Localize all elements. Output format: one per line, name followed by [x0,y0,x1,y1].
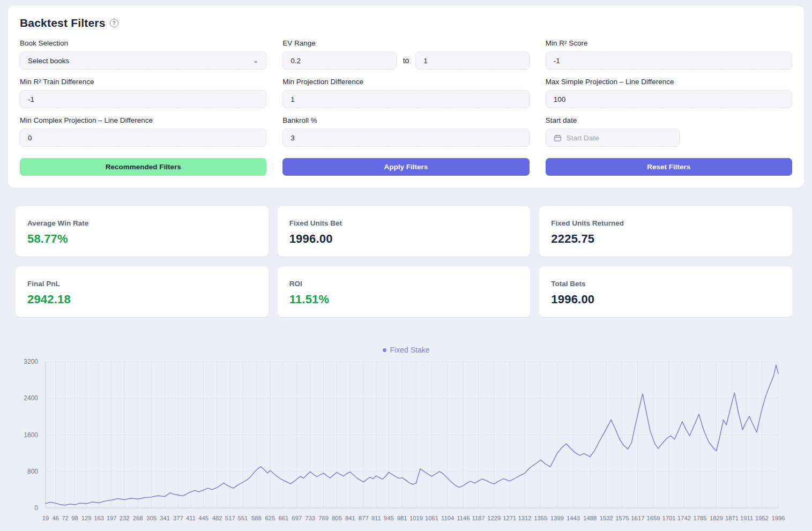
field-bankroll-percent: Bankroll % [282,116,529,147]
min-projection-difference-input[interactable] [282,90,529,108]
field-book-selection: Book Selection Select books ⌄ [20,39,266,70]
x-tick-label: 1659 [646,515,660,521]
reset-filters-button[interactable]: Reset Filters [546,158,792,176]
x-tick-label: 1399 [550,515,564,521]
ev-range-label: EV Range [282,39,529,47]
x-tick-label: 1952 [755,515,769,521]
y-tick-label: 2400 [24,394,38,402]
stat-value: 2942.18 [27,293,257,306]
stat-card-fixed-units-returned: Fixed Units Returned 2225.75 [539,206,793,257]
x-tick-label: 981 [397,515,407,521]
x-tick-label: 1996 [771,515,785,521]
start-date-input[interactable]: Start Date [546,129,680,147]
min-complex-projection-line-difference-label: Min Complex Projection – Line Difference [20,116,266,124]
x-tick-label: 1104 [441,515,454,521]
field-max-simple-projection-line-difference: Max Simple Projection – Line Difference [546,78,792,108]
x-tick-label: 1532 [600,515,613,521]
x-tick-label: 268 [133,515,143,521]
stat-card-average-win-rate: Average Win Rate 58.77% [15,206,269,257]
x-tick-label: 1488 [583,515,597,521]
x-tick-label: 19 [42,515,49,521]
x-tick-label: 1061 [425,515,438,521]
x-tick-label: 1355 [534,515,547,521]
x-tick-label: 341 [160,515,170,521]
field-min-projection-difference: Min Projection Difference [282,78,529,108]
x-tick-label: 1229 [487,515,501,521]
min-r2-score-label: Min R² Score [546,39,792,47]
field-min-complex-projection-line-difference: Min Complex Projection – Line Difference [20,116,266,147]
calendar-icon [554,134,562,142]
x-tick-label: 232 [120,515,130,521]
x-tick-label: 841 [345,515,355,521]
min-complex-projection-line-difference-input[interactable] [20,129,266,147]
x-tick-label: 911 [371,515,381,521]
help-icon[interactable]: ? [110,19,118,27]
stat-label: Fixed Units Bet [289,219,519,227]
bankroll-percent-label: Bankroll % [282,116,529,124]
x-tick-label: 1443 [567,515,580,521]
book-selection-value: Select books [28,57,69,65]
stat-label: Total Bets [551,280,780,288]
stat-card-final-pnl: Final PnL 2942.18 [15,266,269,317]
backtest-filters-panel: Backtest Filters ? Book Selection Select… [8,5,804,188]
x-tick-label: 1187 [472,515,485,521]
ev-range-to-input[interactable] [415,51,529,70]
x-tick-label: 877 [359,515,369,521]
min-r2-train-difference-input[interactable] [20,90,266,108]
stat-value: 2225.75 [551,232,780,246]
x-tick-label: 661 [278,515,288,521]
y-tick-label: 1600 [24,431,38,439]
start-date-label: Start date [546,116,792,124]
recommended-filters-button[interactable]: Recommended Filters [20,158,266,176]
chart-legend[interactable]: Fixed Stake [0,346,812,354]
stat-label: Average Win Rate [27,219,257,227]
x-tick-label: 163 [94,515,104,521]
x-tick-label: 1617 [631,515,644,521]
x-tick-label: 411 [186,515,196,521]
x-tick-label: 1911 [740,515,753,521]
stat-value: 1996.00 [289,232,519,246]
stat-value: 11.51% [289,293,519,306]
x-tick-label: 733 [305,515,315,521]
legend-label: Fixed Stake [390,346,430,354]
stat-label: ROI [289,280,519,288]
y-tick-label: 0 [34,504,38,512]
x-tick-label: 1742 [677,515,691,521]
min-r2-train-difference-label: Min R² Train Difference [20,78,266,86]
pnl-line-chart: 1946729812916319723226830534137741144548… [0,355,812,531]
panel-header: Backtest Filters ? [20,17,792,29]
min-r2-score-input[interactable] [546,51,792,70]
max-simple-projection-line-difference-input[interactable] [546,90,792,108]
x-tick-label: 98 [71,515,78,521]
stat-label: Final PnL [27,280,257,288]
y-tick-label: 800 [27,468,38,475]
x-tick-label: 588 [251,515,262,521]
stat-card-fixed-units-bet: Fixed Units Bet 1996.00 [277,206,531,257]
x-tick-label: 1271 [503,515,516,521]
book-selection-select[interactable]: Select books ⌄ [20,51,266,70]
x-tick-label: 377 [173,515,183,521]
max-simple-projection-line-difference-label: Max Simple Projection – Line Difference [546,78,792,86]
stats-grid: Average Win Rate 58.77% Fixed Units Bet … [15,206,793,317]
field-min-r2-score: Min R² Score [546,39,792,70]
field-min-r2-train-difference: Min R² Train Difference [20,78,266,108]
ev-range-separator: to [403,56,409,65]
stat-card-roi: ROI 11.51% [277,266,531,317]
field-start-date: Start date Start Date [546,116,792,147]
page-title: Backtest Filters [20,17,106,29]
y-tick-label: 3200 [24,358,38,365]
x-tick-label: 482 [212,515,222,521]
stat-card-total-bets: Total Bets 1996.00 [539,266,793,317]
x-tick-label: 1785 [694,515,707,521]
ev-range-from-input[interactable] [282,51,396,70]
x-tick-label: 1312 [518,515,531,521]
x-tick-label: 1146 [457,515,470,521]
apply-filters-button[interactable]: Apply Filters [282,158,529,176]
stat-value: 1996.00 [551,293,780,306]
field-ev-range: EV Range to [282,39,529,70]
x-tick-label: 805 [332,515,342,521]
stat-label: Fixed Units Returned [551,219,780,227]
bankroll-percent-input[interactable] [282,129,529,147]
chevron-down-icon: ⌄ [253,57,258,64]
x-tick-label: 697 [292,515,302,521]
